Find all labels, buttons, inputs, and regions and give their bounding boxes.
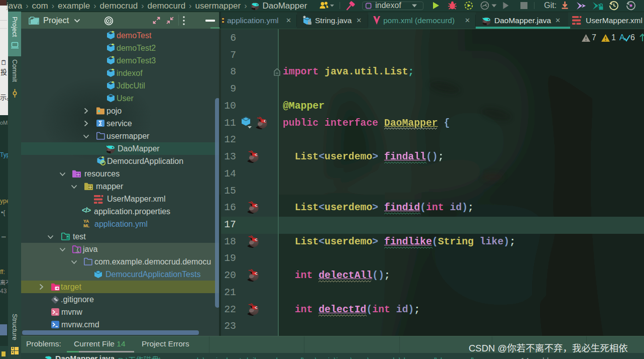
svg-text:A: A — [619, 33, 625, 42]
